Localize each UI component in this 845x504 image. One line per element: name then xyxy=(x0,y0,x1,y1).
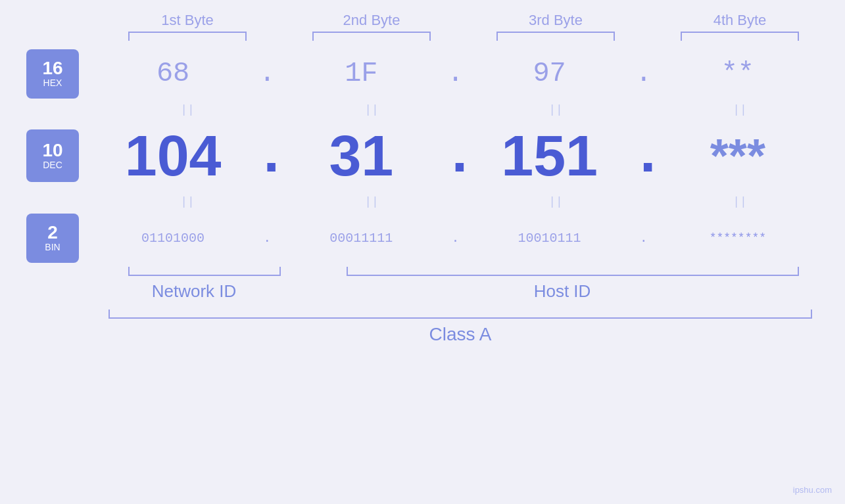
bin-dot-3: . xyxy=(631,231,657,246)
bin-val-3: 10010111 xyxy=(469,231,631,246)
eq2-4: || xyxy=(661,195,819,208)
dec-badge-num: 10 xyxy=(42,141,62,160)
byte-header-4: 4th Byte xyxy=(661,12,819,29)
dec-dot-3: . xyxy=(631,124,657,189)
bin-val-2: 00011111 xyxy=(280,231,442,246)
dec-val-3: 151 xyxy=(469,122,631,189)
bin-val-1: 01101000 xyxy=(92,231,254,246)
main-container: 1st Byte 2nd Byte 3rd Byte 4th Byte 16 H… xyxy=(0,0,845,504)
host-id-label: Host ID xyxy=(306,281,819,302)
watermark: ipshu.com xyxy=(793,485,832,495)
byte-header-3: 3rd Byte xyxy=(477,12,635,29)
top-bracket-1 xyxy=(128,32,247,41)
top-bracket-4 xyxy=(681,32,799,41)
dec-val-1: 104 xyxy=(92,122,254,189)
hex-dot-2: . xyxy=(443,58,469,89)
bin-badge: 2 BIN xyxy=(26,214,79,263)
dec-dot-2: . xyxy=(443,124,469,189)
hex-badge-label: HEX xyxy=(43,78,62,88)
dec-val-2: 31 xyxy=(280,122,442,189)
dec-dot-1: . xyxy=(254,124,280,189)
bottom-bracket-network xyxy=(128,267,281,276)
hex-dot-3: . xyxy=(631,58,657,89)
bin-dot-1: . xyxy=(254,231,280,246)
class-bracket xyxy=(109,309,812,319)
hex-val-3: 97 xyxy=(469,58,631,89)
bottom-bracket-host xyxy=(347,267,799,276)
network-id-label: Network ID xyxy=(109,281,279,302)
dec-val-4: *** xyxy=(657,129,819,183)
eq1-4: || xyxy=(661,103,819,116)
class-label: Class A xyxy=(102,324,819,345)
eq1-2: || xyxy=(293,103,450,116)
bin-badge-label: BIN xyxy=(45,242,60,252)
dec-badge: 10 DEC xyxy=(26,129,79,182)
eq2-2: || xyxy=(293,195,450,208)
hex-val-2: 1F xyxy=(280,58,442,89)
top-bracket-3 xyxy=(496,32,615,41)
eq2-1: || xyxy=(109,195,266,208)
hex-badge: 16 HEX xyxy=(26,49,79,99)
eq2-3: || xyxy=(477,195,635,208)
eq1-3: || xyxy=(477,103,635,116)
top-bracket-2 xyxy=(312,32,431,41)
hex-val-1: 68 xyxy=(92,58,254,89)
byte-header-2: 2nd Byte xyxy=(293,12,450,29)
bin-val-4: ******** xyxy=(657,231,819,244)
bin-dot-2: . xyxy=(443,231,469,246)
eq1-1: || xyxy=(109,103,266,116)
hex-dot-1: . xyxy=(254,58,280,89)
hex-badge-num: 16 xyxy=(42,59,62,78)
hex-val-4: ** xyxy=(657,58,819,89)
byte-header-1: 1st Byte xyxy=(109,12,266,29)
dec-badge-label: DEC xyxy=(43,160,62,170)
bin-badge-num: 2 xyxy=(47,223,58,242)
